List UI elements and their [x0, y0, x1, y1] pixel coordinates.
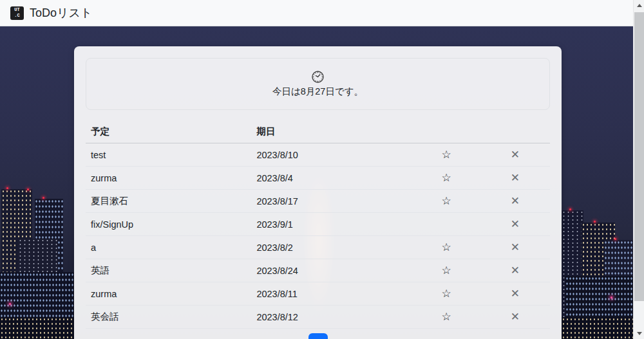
building: [562, 317, 633, 339]
table-row: zurma 2023/8/11 ☆ ✕: [86, 282, 550, 306]
app-title: ToDoリスト: [30, 5, 92, 21]
delete-icon[interactable]: ✕: [511, 149, 520, 161]
due-cell: 2023/8/12: [251, 306, 412, 329]
navbar: UT .C ToDoリスト: [0, 0, 633, 26]
vertical-scrollbar[interactable]: [633, 0, 644, 339]
favorite-cell: ☆: [413, 236, 480, 259]
delete-icon[interactable]: ✕: [511, 172, 520, 184]
delete-icon[interactable]: ✕: [511, 311, 520, 323]
today-date-message: 今日は8月27日です。: [272, 86, 363, 98]
due-cell: 2023/8/24: [251, 259, 412, 282]
delete-icon[interactable]: ✕: [511, 288, 520, 300]
building: [0, 317, 74, 339]
table-body: test 2023/8/10 ☆ ✕ zurma 2023/8/4 ☆ ✕ 夏目…: [86, 143, 550, 329]
aviation-light: [43, 197, 44, 199]
neon-light: [9, 303, 11, 305]
table-row: 夏目漱石 2023/8/17 ☆ ✕: [86, 190, 550, 213]
due-cell: 2023/8/10: [251, 143, 412, 167]
delete-cell: ✕: [480, 143, 550, 167]
table-header-row: 予定 期日: [86, 120, 550, 143]
add-button-row: +: [86, 329, 550, 339]
aviation-light: [594, 221, 596, 223]
favorite-cell: [413, 213, 480, 236]
aviation-light: [27, 188, 29, 190]
star-icon[interactable]: ☆: [442, 241, 451, 253]
aviation-light: [569, 208, 571, 210]
header-delete: [480, 120, 550, 143]
todo-table: 予定 期日 test 2023/8/10 ☆ ✕ zurma 2023/8/4 …: [86, 120, 550, 329]
task-cell: fix/SignUp: [86, 213, 251, 236]
task-cell: 英語: [86, 259, 251, 282]
delete-cell: ✕: [480, 167, 550, 190]
delete-icon[interactable]: ✕: [511, 264, 520, 277]
delete-cell: ✕: [480, 259, 550, 282]
delete-icon[interactable]: ✕: [511, 195, 520, 207]
task-cell: 夏目漱石: [86, 190, 251, 213]
star-icon[interactable]: ☆: [442, 195, 451, 207]
table-row: a 2023/8/2 ☆ ✕: [86, 236, 550, 259]
task-cell: 英会話: [86, 306, 251, 329]
header-task: 予定: [86, 120, 251, 143]
table-row: test 2023/8/10 ☆ ✕: [86, 143, 550, 167]
star-icon[interactable]: ☆: [442, 149, 451, 161]
delete-icon[interactable]: ✕: [511, 241, 520, 253]
task-cell: test: [86, 143, 251, 167]
task-cell: zurma: [86, 282, 251, 306]
star-icon[interactable]: ☆: [442, 311, 451, 323]
task-cell: zurma: [86, 167, 251, 190]
star-icon[interactable]: ☆: [442, 264, 451, 277]
star-icon[interactable]: ☆: [442, 172, 451, 184]
favorite-cell: ☆: [413, 259, 480, 282]
task-cell: a: [86, 236, 251, 259]
app-logo-icon: UT .C: [10, 6, 24, 20]
favorite-cell: ☆: [413, 282, 480, 306]
due-cell: 2023/8/17: [251, 190, 412, 213]
due-cell: 2023/8/4: [251, 167, 412, 190]
due-cell: 2023/8/2: [251, 236, 412, 259]
aviation-light: [6, 187, 8, 189]
scroll-up-arrow-icon[interactable]: [634, 0, 644, 11]
due-cell: 2023/9/1: [251, 213, 412, 236]
header-due: 期日: [251, 120, 412, 143]
logo-text-bottom: .C: [14, 13, 19, 19]
favorite-cell: ☆: [413, 190, 480, 213]
due-cell: 2023/8/11: [251, 282, 412, 306]
header-favorite: [413, 120, 480, 143]
neon-light: [611, 297, 612, 298]
logo-text-top: UT: [14, 7, 19, 13]
todo-card: 今日は8月27日です。 予定 期日 test 2023/8/10 ☆ ✕ zur…: [74, 46, 562, 339]
delete-icon[interactable]: ✕: [511, 218, 520, 230]
table-row: fix/SignUp 2023/9/1 ✕: [86, 213, 550, 236]
clock-icon: [311, 70, 325, 84]
delete-cell: ✕: [480, 213, 550, 236]
delete-cell: ✕: [480, 236, 550, 259]
table-row: 英会話 2023/8/12 ☆ ✕: [86, 306, 550, 329]
scrollbar-thumb[interactable]: [634, 12, 644, 301]
favorite-cell: ☆: [413, 167, 480, 190]
delete-cell: ✕: [480, 190, 550, 213]
date-info-box: 今日は8月27日です。: [86, 58, 550, 110]
favorite-cell: ☆: [413, 143, 480, 167]
add-todo-button[interactable]: +: [308, 333, 328, 339]
favorite-cell: ☆: [413, 306, 480, 329]
table-row: 英語 2023/8/24 ☆ ✕: [86, 259, 550, 282]
delete-cell: ✕: [480, 306, 550, 329]
aviation-light: [614, 238, 616, 240]
star-icon[interactable]: ☆: [442, 288, 451, 300]
delete-cell: ✕: [480, 282, 550, 306]
scroll-down-arrow-icon[interactable]: [634, 328, 644, 339]
table-row: zurma 2023/8/4 ☆ ✕: [86, 167, 550, 190]
